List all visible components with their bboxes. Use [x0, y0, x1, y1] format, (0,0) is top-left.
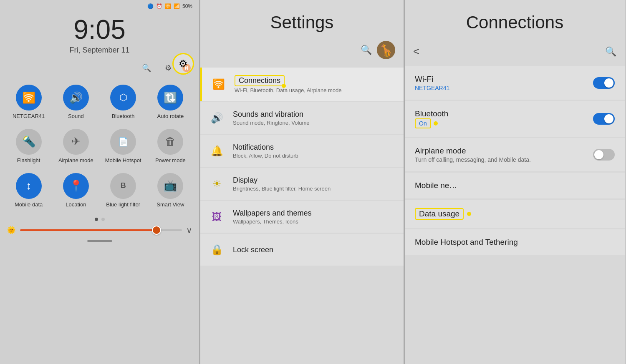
flashlight-tile-label: Flashlight [17, 157, 40, 164]
tile-powermode[interactable]: 🗑 Power mode [147, 126, 194, 167]
connections-item-text: Connections Wi-Fi, Bluetooth, Data usage… [235, 75, 342, 93]
bluetooth-label: Bluetooth [415, 109, 448, 118]
brightness-thumb [152, 226, 161, 235]
wifi-tile-icon: 🛜 [16, 85, 42, 110]
airplane-toggle[interactable] [593, 149, 615, 161]
bluetooth-toggle-thumb [604, 114, 613, 123]
tile-mobiledata[interactable]: ↕ Mobile data [5, 170, 52, 211]
conn-item-datausage[interactable]: Data usage [405, 200, 625, 228]
settings-item-sounds[interactable]: 🔊 Sounds and vibration Sound mode, Ringt… [200, 102, 404, 134]
home-indicator[interactable] [87, 240, 112, 242]
connections-icon: 🛜 [210, 76, 227, 93]
clock-time: 9:05 [0, 15, 199, 44]
connections-item-subtitle: Wi-Fi, Bluetooth, Data usage, Airplane m… [235, 87, 342, 93]
conn-item-mobilenetwork[interactable]: Mobile ne… [405, 173, 625, 198]
wifi-tile-label: NETGEAR41 [13, 113, 45, 120]
tile-airplane[interactable]: ✈ Airplane mode [52, 126, 99, 167]
connections-search-icon[interactable]: 🔍 [605, 46, 616, 57]
settings-item-display[interactable]: ☀ Display Brightness, Blue light filter,… [200, 168, 404, 200]
conn-item-airplane[interactable]: Airplane mode Turn off calling, messagin… [405, 138, 625, 171]
tile-autorotate[interactable]: 🔃 Auto rotate [147, 81, 194, 123]
conn-item-mobilehotspot[interactable]: Mobile Hotspot and Tethering [405, 229, 625, 255]
phone-panel: 🔵 ⏰ 🛜 📶 50% 9:05 Fri, September 11 🔍 ⚙ ⚙… [0, 0, 200, 364]
bluetooth-tile-icon: ⬡ [110, 85, 136, 110]
brightness-row: 🌞 ∨ [0, 225, 199, 235]
brightness-low-icon: 🌞 [7, 226, 16, 235]
sounds-icon: 🔊 [209, 110, 225, 126]
wifi-toggle[interactable] [593, 77, 615, 89]
sounds-item-text: Sounds and vibration Sound mode, Rington… [233, 110, 310, 126]
tile-bluelight[interactable]: B Blue light filter [100, 170, 147, 211]
location-tile-label: Location [66, 201, 86, 208]
bluetooth-row: Bluetooth On [415, 109, 615, 128]
notifications-icon: 🔔 [209, 143, 225, 159]
quick-tiles-grid: 🛜 NETGEAR41 🔊 Sound ⬡ Bluetooth 🔃 Auto r… [0, 78, 199, 214]
alarm-icon: ⏰ [156, 3, 162, 9]
notifications-item-title: Notifications [233, 143, 298, 152]
settings-item-notifications[interactable]: 🔔 Notifications Block, Allow, Do not dis… [200, 135, 404, 167]
wifi-label: Wi-Fi [415, 75, 449, 84]
avatar-image: 🦒 [379, 43, 394, 57]
back-button[interactable]: < [413, 45, 419, 58]
bluetooth-status-label: On [419, 120, 427, 127]
sound-tile-label: Sound [68, 113, 84, 120]
bluetooth-tile-label: Bluetooth [112, 113, 135, 120]
powermode-tile-icon: 🗑 [157, 129, 183, 155]
top-icons-row: 🔍 ⚙ ⚙ N [0, 56, 199, 78]
brightness-slider[interactable] [20, 229, 182, 231]
connections-item-title: Connections [239, 76, 280, 85]
user-avatar[interactable]: 🦒 [377, 41, 395, 59]
settings-highlighted-circle[interactable]: ⚙ [172, 53, 194, 75]
settings-gear-icon: ⚙ [179, 58, 188, 70]
display-item-title: Display [233, 176, 331, 185]
settings-search-row: 🔍 🦒 [200, 41, 404, 68]
tile-sound[interactable]: 🔊 Sound [52, 81, 99, 123]
hotspot-tile-label: Mobile Hotspot [105, 157, 141, 164]
tile-smartview[interactable]: 📺 Smart View [147, 170, 194, 211]
time-display: 9:05 Fri, September 11 [0, 11, 199, 56]
date-display: Fri, September 11 [0, 46, 199, 55]
tile-hotspot[interactable]: 📄 Mobile Hotspot [100, 126, 147, 167]
autorotate-tile-label: Auto rotate [157, 113, 184, 120]
notifications-item-subtitle: Block, Allow, Do not disturb [233, 153, 298, 159]
connections-title: Connections [405, 0, 625, 41]
mobiledata-tile-label: Mobile data [15, 201, 43, 208]
page-indicator [0, 218, 199, 221]
wifi-signal-icon: 🛜 [165, 3, 171, 9]
search-button[interactable]: 🔍 [139, 60, 154, 75]
cellular-signal-icon: 📶 [174, 3, 180, 9]
datausage-label: Data usage [419, 209, 459, 218]
lockscreen-item-title: Lock screen [233, 246, 273, 254]
conn-item-bluetooth[interactable]: Bluetooth On [405, 101, 625, 137]
settings-item-lockscreen[interactable]: 🔒 Lock screen [200, 234, 404, 266]
wifi-network-name: NETGEAR41 [415, 85, 449, 91]
sounds-item-title: Sounds and vibration [233, 110, 310, 119]
lockscreen-icon: 🔒 [209, 241, 225, 258]
airplane-toggle-thumb [594, 150, 603, 159]
display-icon: ☀ [209, 176, 225, 192]
page-dot-2 [101, 218, 105, 221]
bluelight-tile-icon: B [110, 173, 136, 199]
settings-item-wallpapers[interactable]: 🖼 Wallpapers and themes Wallpapers, Them… [200, 201, 404, 233]
autorotate-tile-icon: 🔃 [157, 85, 183, 110]
airplane-sub: Turn off calling, messaging, and Mobile … [415, 156, 586, 163]
tile-flashlight[interactable]: 🔦 Flashlight [5, 126, 52, 167]
tile-wifi[interactable]: 🛜 NETGEAR41 [5, 81, 52, 123]
settings-search-icon[interactable]: 🔍 [361, 45, 372, 55]
connections-panel: Connections < 🔍 Wi-Fi NETGEAR41 Bluetoot… [405, 0, 625, 364]
battery-level: 50% [182, 3, 192, 9]
tile-bluetooth[interactable]: ⬡ Bluetooth [100, 81, 147, 123]
tile-location[interactable]: 📍 Location [52, 170, 99, 211]
connections-top-row: < 🔍 [405, 41, 625, 66]
expand-chevron-icon[interactable]: ∨ [186, 225, 192, 235]
settings-item-connections[interactable]: 🛜 Connections Wi-Fi, Bluetooth, Data usa… [200, 68, 404, 101]
conn-item-wifi[interactable]: Wi-Fi NETGEAR41 [405, 66, 625, 100]
bluetooth-label-group: Bluetooth On [415, 109, 448, 128]
bluetooth-toggle[interactable] [593, 113, 615, 125]
mobiledata-tile-icon: ↕ [16, 173, 42, 199]
wallpapers-item-title: Wallpapers and themes [233, 209, 311, 218]
airplane-label-group: Airplane mode Turn off calling, messagin… [415, 146, 593, 163]
flashlight-tile-icon: 🔦 [16, 129, 42, 155]
page-dot-1 [95, 218, 98, 221]
bluetooth-status-icon: 🔵 [147, 3, 154, 9]
